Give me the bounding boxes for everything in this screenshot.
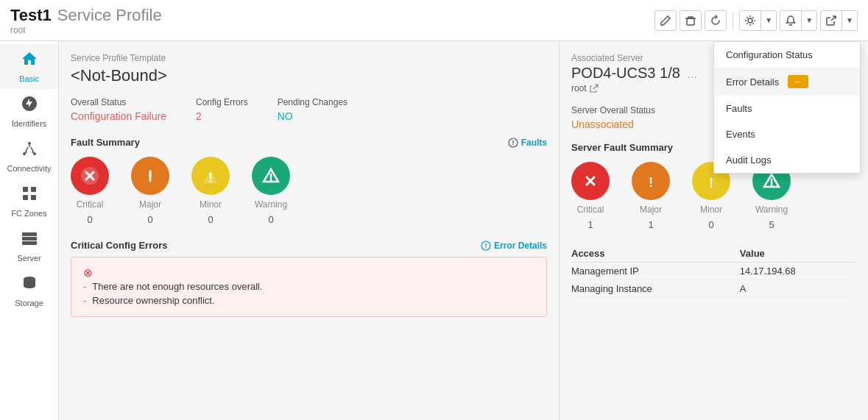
svg-text:!: ! (148, 170, 152, 185)
faults-link-label: Faults (521, 138, 547, 148)
header-top: Test1 Service Profile root (10, 6, 162, 35)
sidebar-item-storage[interactable]: Storage (0, 268, 58, 313)
header-actions: ▼ ▼ ▼ (654, 10, 858, 31)
dropdown-item-events[interactable]: Events (714, 121, 860, 147)
error-details-label: Error Details (494, 241, 547, 251)
export-icon[interactable] (821, 11, 842, 30)
svg-rect-8 (31, 195, 36, 200)
fault-icons-row: Critical 0 ! Major 0 (71, 157, 547, 225)
dropdown-item-faults[interactable]: Faults (714, 96, 860, 121)
access-col-header: Access (571, 245, 740, 263)
external-link-icon (590, 84, 599, 93)
overall-status-item: Overall Status Configuration Failure (71, 97, 166, 122)
sidebar-label-storage: Storage (15, 299, 43, 307)
sidebar-label-server: Server (17, 254, 40, 263)
error-details-link[interactable]: Error Details (481, 241, 547, 251)
edit-button[interactable] (654, 10, 677, 31)
page-title-normal: Service Profile (57, 6, 162, 25)
error-box: ⊗ There are not enough resources overall… (71, 257, 547, 317)
header-bar: Test1 Service Profile root (0, 0, 868, 41)
critical-config-errors-label: Critical Config Errors (71, 240, 167, 251)
critical-label: Critical (77, 199, 104, 210)
export-arrow[interactable]: ▼ (842, 11, 857, 30)
bell-arrow[interactable]: ▼ (802, 11, 816, 30)
tools-arrow[interactable]: ▼ (761, 11, 776, 30)
svg-rect-6 (31, 187, 36, 192)
minor-icon: ! (191, 157, 230, 195)
server-major-label: Major (640, 204, 662, 215)
home-icon (21, 50, 38, 72)
bell-button-group[interactable]: ▼ (780, 10, 817, 31)
access-row-value-1: 14.17.194.68 (740, 263, 856, 280)
header-title-row: Test1 Service Profile (10, 6, 162, 25)
access-row-key-1: Management IP (571, 263, 740, 280)
refresh-button[interactable] (705, 10, 727, 31)
sidebar-item-identifiers[interactable]: Identifiers (0, 89, 58, 134)
server-fault-critical: Critical 1 (571, 162, 610, 230)
sidebar-item-server[interactable]: Server (0, 224, 58, 268)
server-minor-count: 0 (708, 219, 713, 230)
table-row: Management IP 14.17.194.68 (571, 263, 856, 280)
svg-rect-9 (22, 232, 37, 236)
fczones-icon (21, 185, 38, 207)
svg-rect-0 (687, 18, 694, 25)
access-row-value-2: A (740, 280, 856, 298)
critical-count: 0 (87, 214, 92, 225)
critical-icon (71, 157, 109, 195)
tools-button-group[interactable]: ▼ (739, 10, 777, 31)
sidebar-label-identifiers: Identifiers (12, 119, 47, 128)
svg-point-2 (28, 142, 31, 145)
server-icon (21, 229, 38, 252)
dropdown-menu: Configuration Status Error Details ← Fau… (713, 41, 861, 174)
server-critical-icon (571, 162, 610, 200)
config-errors-value: 2 (196, 110, 248, 122)
errors-header: Critical Config Errors Error Details (71, 240, 547, 251)
overall-status-value: Configuration Failure (71, 110, 166, 122)
separator (733, 12, 733, 29)
svg-rect-5 (23, 187, 28, 192)
dropdown-label-events: Events (726, 129, 755, 140)
sidebar-item-basic[interactable]: Basic (0, 44, 58, 89)
profile-name: <Not-Bound> (71, 66, 547, 85)
warning-icon (252, 157, 290, 195)
server-minor-label: Minor (700, 204, 722, 215)
server-warning-label: Warning (755, 204, 788, 215)
connectivity-icon (21, 140, 38, 162)
sidebar-label-basic: Basic (19, 74, 39, 83)
server-warning-count: 5 (769, 219, 774, 230)
server-major-icon: ! (632, 162, 670, 200)
fault-critical: Critical 0 (71, 157, 109, 225)
svg-point-3 (23, 152, 26, 155)
identifiers-icon (21, 95, 38, 117)
minor-count: 0 (208, 214, 213, 225)
svg-text:!: ! (649, 175, 653, 190)
sidebar-item-connectivity[interactable]: Connectivity (0, 134, 58, 179)
dropdown-label-faults: Faults (726, 103, 752, 114)
status-row: Overall Status Configuration Failure Con… (71, 97, 547, 122)
server-major-count: 1 (648, 219, 653, 230)
sidebar-item-fczones[interactable]: FC Zones (0, 179, 58, 224)
major-label: Major (139, 199, 161, 210)
svg-text:!: ! (208, 171, 213, 185)
main-panel: Service Profile Template <Not-Bound> Ove… (59, 41, 559, 420)
sidebar-label-connectivity: Connectivity (7, 164, 52, 173)
export-button-group[interactable]: ▼ (820, 10, 858, 31)
error-item-1: There are not enough resources overall. (83, 280, 534, 293)
dropdown-item-error-details[interactable]: Error Details ← (714, 68, 860, 96)
warning-count: 0 (268, 214, 273, 225)
dropdown-item-audit-logs[interactable]: Audit Logs (714, 147, 860, 173)
dropdown-item-config-status[interactable]: Configuration Status (714, 42, 860, 68)
dropdown-label-error-details: Error Details (726, 76, 779, 88)
svg-rect-7 (23, 195, 28, 200)
delete-button[interactable] (680, 10, 702, 31)
faults-link[interactable]: Faults (508, 138, 547, 148)
error-item-1-text: There are not enough resources overall. (92, 281, 262, 292)
error-item-2-text: Resource ownership conflict. (92, 295, 214, 306)
fault-summary-header: Fault Summary Faults (71, 137, 547, 148)
bell-icon[interactable] (780, 11, 802, 30)
tools-icon[interactable] (740, 11, 761, 30)
content-area: Service Profile Template <Not-Bound> Ove… (59, 41, 868, 420)
sidebar: Basic Identifiers Connectivity (0, 41, 59, 420)
svg-text:!: ! (709, 176, 713, 191)
fault-summary-label: Fault Summary (71, 137, 140, 148)
